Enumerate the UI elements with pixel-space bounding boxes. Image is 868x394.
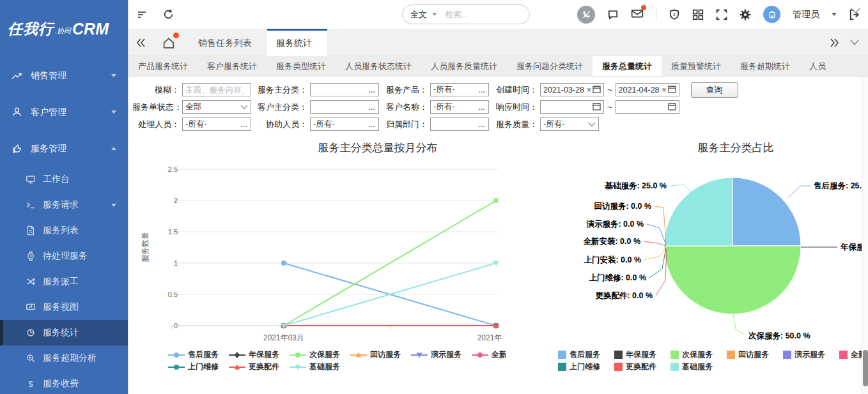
subtab[interactable]: 人员服务状态统计 xyxy=(336,56,421,77)
sidebar-section[interactable]: 销售管理 xyxy=(0,57,128,94)
calendar-icon[interactable] xyxy=(668,85,676,95)
chevron-down-icon[interactable] xyxy=(832,13,837,16)
picker-ellipsis-icon[interactable]: … xyxy=(478,86,486,94)
user-name[interactable]: 管理员 xyxy=(793,9,819,20)
legend-item[interactable]: 年保服务 xyxy=(229,349,279,360)
picker-ellipsis-icon[interactable]: … xyxy=(478,103,486,111)
chevron-down-icon[interactable] xyxy=(432,13,437,16)
phone-muted-icon[interactable] xyxy=(577,6,595,24)
picker-ellipsis-icon[interactable]: … xyxy=(368,86,376,94)
subtab[interactable]: 质量预警统计 xyxy=(662,56,731,77)
sidebar-item[interactable]: 服务列表 xyxy=(0,218,128,243)
legend-item[interactable]: 全新安装 xyxy=(472,349,506,360)
search-scope[interactable]: 全文 xyxy=(410,9,427,20)
sidebar-item[interactable]: 服务请求 xyxy=(0,192,128,218)
legend-item[interactable]: 次保服务 xyxy=(670,349,713,360)
legend-item[interactable]: 更换配件 xyxy=(614,361,656,372)
subtab[interactable]: 人员 xyxy=(800,56,835,77)
calendar-icon[interactable] xyxy=(593,85,601,95)
sidebar-section[interactable]: 客户管理 xyxy=(0,94,128,130)
legend-item[interactable]: 上门维修 xyxy=(558,361,600,372)
legend-item[interactable]: 演示服务 xyxy=(783,349,825,360)
sidebar-item[interactable]: 服务统计 xyxy=(0,320,128,345)
sidebar-item[interactable]: 服务视图 xyxy=(0,294,128,320)
legend-item[interactable]: 基础服务 xyxy=(670,361,713,372)
subtab[interactable]: 服务总量统计 xyxy=(593,56,662,77)
user-avatar[interactable] xyxy=(763,6,780,23)
service-category-picker[interactable]: … xyxy=(310,83,379,96)
subtab[interactable]: 服务类型统计 xyxy=(267,56,336,77)
fuzzy-input[interactable] xyxy=(182,83,251,96)
shield-icon[interactable]: z xyxy=(669,9,680,20)
global-search[interactable]: 全文 检索... xyxy=(402,4,530,24)
legend-item[interactable]: 更换配件 xyxy=(229,361,279,372)
subtab-label: 质量预警统计 xyxy=(671,61,721,71)
sort-icon[interactable] xyxy=(137,10,148,20)
legend-item[interactable]: 回访服务 xyxy=(350,349,401,360)
tabs-scroll-right-icon[interactable] xyxy=(829,29,839,56)
tabs-menu-chevron-icon[interactable] xyxy=(850,29,859,56)
page-tab[interactable]: 销售任务列表 xyxy=(189,29,267,56)
handler-picker[interactable]: -所有-… xyxy=(182,117,251,131)
legend-item[interactable]: 上门维修 xyxy=(168,361,219,372)
picker-ellipsis-icon[interactable]: … xyxy=(478,121,486,128)
legend-item[interactable]: 演示服务 xyxy=(411,349,461,360)
picker-ellipsis-icon[interactable]: … xyxy=(368,103,376,111)
subtab[interactable]: 产品服务统计 xyxy=(128,56,198,77)
legend-item[interactable]: 次保服务 xyxy=(290,349,340,360)
gear-icon[interactable] xyxy=(740,9,751,20)
picker-ellipsis-icon[interactable]: … xyxy=(368,121,376,128)
sidebar-item[interactable]: 服务超期分析 xyxy=(0,345,128,371)
legend-item[interactable]: 售后服务 xyxy=(558,349,600,360)
sidebar-nav: 销售管理 客户管理 服务管理 工作台 xyxy=(0,57,128,394)
calendar-icon[interactable] xyxy=(668,102,676,112)
create-time-from[interactable]: 2021-03-28× xyxy=(540,83,604,96)
assistant-picker[interactable]: -所有-… xyxy=(310,117,379,131)
tab-label: 销售任务列表 xyxy=(198,38,252,49)
order-status-select[interactable]: 全部 xyxy=(182,100,251,114)
search-input[interactable]: 检索... xyxy=(445,9,469,20)
legend-item[interactable]: 基础服务 xyxy=(290,361,340,372)
department-picker[interactable]: … xyxy=(430,117,489,131)
clear-icon[interactable]: × xyxy=(662,86,667,95)
legend-item[interactable]: 售后服务 xyxy=(168,349,219,360)
query-button[interactable]: 查询 xyxy=(691,82,738,98)
tabs-scroll-left-icon[interactable] xyxy=(136,29,146,56)
clear-icon[interactable]: × xyxy=(587,86,591,95)
picker-ellipsis-icon[interactable]: … xyxy=(240,121,248,128)
refresh-icon[interactable] xyxy=(163,9,174,20)
sidebar-section[interactable]: 服务管理 xyxy=(0,130,128,167)
service-quality-select[interactable]: -所有- xyxy=(540,117,599,131)
chat-icon[interactable] xyxy=(607,9,619,20)
mail-icon[interactable] xyxy=(631,8,644,22)
scrollbar-thumb[interactable] xyxy=(863,350,868,386)
response-time-to[interactable] xyxy=(616,100,679,114)
legend-item[interactable]: 回访服务 xyxy=(727,349,769,360)
service-product-picker[interactable]: -所有-… xyxy=(430,83,489,96)
legend-item[interactable]: 年保服务 xyxy=(614,349,656,360)
subtab[interactable]: 服务超期统计 xyxy=(731,56,800,77)
charts-area: 00.511.522.5服务数量2021年03月2021年服务主分类总量按月分布… xyxy=(128,137,862,394)
grid-apps-icon[interactable] xyxy=(692,9,704,20)
customer-name-label: 客户名称： xyxy=(379,102,430,113)
calendar-icon[interactable] xyxy=(593,102,601,112)
sidebar-item[interactable]: $ 服务收费 xyxy=(0,371,128,394)
subtab[interactable]: 服务问题分类统计 xyxy=(507,56,593,77)
sidebar-item[interactable]: 工作台 xyxy=(0,167,128,192)
sidebar-item[interactable]: 服务派工 xyxy=(0,269,128,294)
fullscreen-icon[interactable] xyxy=(716,9,727,20)
vertical-scrollbar[interactable] xyxy=(862,77,868,394)
sidebar-item[interactable]: 待处理服务 xyxy=(0,243,128,269)
subtab-label: 人员服务质量统计 xyxy=(431,61,497,71)
create-time-to[interactable]: 2021-04-28× xyxy=(616,83,679,96)
subtabs-overflow-chevron-icon[interactable] xyxy=(851,5,860,17)
subtab[interactable]: 人员服务质量统计 xyxy=(421,56,507,77)
response-time-from[interactable] xyxy=(540,100,604,114)
customer-category-picker[interactable]: … xyxy=(310,100,379,114)
page-tab[interactable]: 服务统计 xyxy=(267,29,327,56)
customer-name-picker[interactable]: -所有-… xyxy=(430,100,489,114)
home-icon[interactable] xyxy=(162,29,176,56)
subtab[interactable]: 客户服务统计 xyxy=(198,56,267,77)
crm-app: 任我行.协同CRM 销售管理 客户管理 服务管理 xyxy=(0,0,868,394)
create-time-label: 创建时间： xyxy=(489,84,540,96)
